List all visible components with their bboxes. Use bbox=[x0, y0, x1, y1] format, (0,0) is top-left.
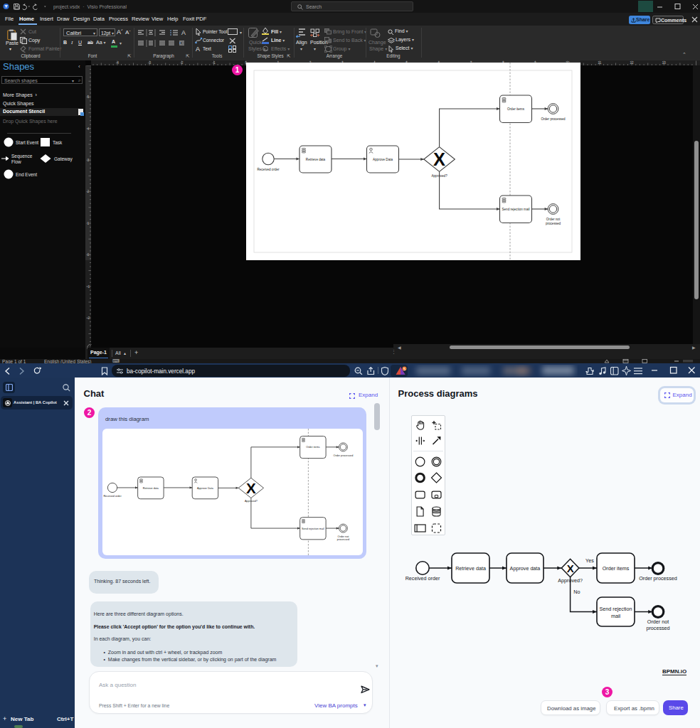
svg-text:12: 12 bbox=[630, 60, 634, 65]
svg-text:-4: -4 bbox=[116, 60, 120, 65]
svg-text:processed: processed bbox=[646, 625, 669, 631]
svg-text:Order items: Order items bbox=[603, 565, 630, 572]
svg-text:X: X bbox=[433, 149, 445, 169]
svg-text:2: 2 bbox=[88, 189, 90, 193]
svg-text:13: 13 bbox=[662, 60, 667, 65]
svg-text:No: No bbox=[573, 589, 580, 595]
svg-text:3: 3 bbox=[88, 158, 90, 162]
svg-text:Received order: Received order bbox=[405, 575, 440, 582]
svg-text:Retrieve data: Retrieve data bbox=[306, 158, 326, 161]
svg-text:4: 4 bbox=[88, 127, 90, 131]
svg-text:Yes: Yes bbox=[585, 557, 594, 564]
svg-text:Retrieve data: Retrieve data bbox=[455, 565, 486, 572]
svg-text:Order processed: Order processed bbox=[639, 575, 677, 582]
svg-text:0: 0 bbox=[88, 252, 90, 257]
svg-text:mail: mail bbox=[611, 613, 621, 619]
svg-text:▾: ▾ bbox=[240, 31, 242, 35]
svg-text:Flow: Flow bbox=[11, 159, 21, 164]
svg-text:Approve data: Approve data bbox=[510, 565, 541, 572]
svg-text:Order not: Order not bbox=[647, 619, 669, 625]
svg-text:11: 11 bbox=[598, 60, 601, 65]
svg-text:-2: -2 bbox=[87, 316, 90, 320]
svg-text:Order processed: Order processed bbox=[541, 117, 566, 121]
svg-text:Start Event: Start Event bbox=[16, 140, 38, 145]
svg-text:-2: -2 bbox=[180, 60, 184, 65]
svg-text:1: 1 bbox=[88, 221, 90, 225]
svg-text:A: A bbox=[181, 29, 186, 36]
svg-text:End Event: End Event bbox=[16, 172, 37, 177]
svg-text:5: 5 bbox=[403, 367, 405, 371]
svg-text:Send rejection: Send rejection bbox=[600, 606, 632, 612]
svg-text:processed: processed bbox=[546, 222, 561, 225]
svg-text:Order items: Order items bbox=[507, 107, 525, 111]
svg-text:Approve Data: Approve Data bbox=[373, 158, 393, 161]
svg-text:Task: Task bbox=[53, 140, 63, 145]
svg-text:Order not: Order not bbox=[546, 218, 561, 221]
svg-text:Received order: Received order bbox=[257, 168, 280, 171]
svg-text:-3: -3 bbox=[148, 60, 152, 65]
svg-text:X: X bbox=[567, 562, 574, 574]
svg-text:Gateway: Gateway bbox=[54, 156, 73, 162]
svg-text:-1: -1 bbox=[212, 60, 216, 65]
svg-text:Sequence: Sequence bbox=[11, 154, 33, 159]
svg-text:Send rejection mail: Send rejection mail bbox=[502, 208, 529, 211]
svg-text:-1: -1 bbox=[87, 284, 90, 289]
svg-text:5: 5 bbox=[88, 95, 90, 99]
